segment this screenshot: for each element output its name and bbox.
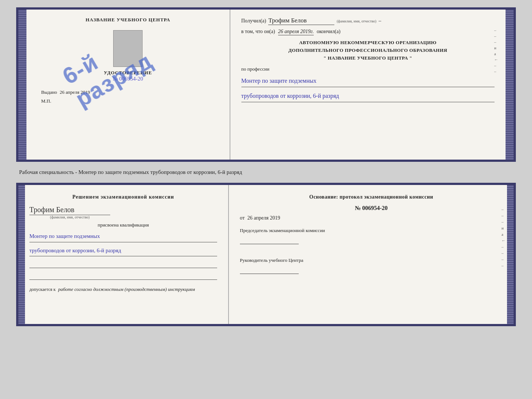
rukovoditel-label: Руководитель учебного Центра: [240, 257, 503, 264]
predsedatel-label: Председатель экзаменационной комиссии: [240, 227, 503, 235]
predsedatel-sig-line: [240, 238, 299, 244]
protocol-number: 006954-20: [362, 205, 388, 211]
resheniem-title: Решением экзаменационной комиссии: [29, 193, 217, 201]
binding-bottom-right: [507, 185, 514, 324]
org-block: АВТОНОМНУЮ НЕКОММЕРЧЕСКУЮ ОРГАНИЗАЦИЮ ДО…: [241, 39, 495, 62]
sig-area: Председатель экзаменационной комиссии: [240, 225, 503, 244]
v-tom-label: в том, что он(а): [241, 29, 275, 35]
vertical-chars-right: – – – и а ← – –: [494, 28, 498, 74]
cert-bottom-left-panel: Решением экзаменационной комиссии Трофим…: [18, 185, 229, 324]
top-certificate: НАЗВАНИЕ УЧЕБНОГО ЦЕНТРА 6-й разряд УДОС…: [16, 7, 516, 162]
cert-top-right-panel: Получил(а) Трофим Белов (фамилия, имя, о…: [230, 10, 506, 160]
po-professii-label: по профессии: [241, 66, 495, 72]
ot-prefix: от: [240, 215, 245, 221]
rukovoditel-sig-line: [240, 267, 299, 274]
cert-top-left-panel: НАЗВАНИЕ УЧЕБНОГО ЦЕНТРА 6-й разряд УДОС…: [26, 10, 230, 160]
poluchil-row: Получил(а) Трофим Белов (фамилия, имя, о…: [241, 17, 495, 25]
dopuskaetsya-value: работе согласно должностным (производств…: [58, 286, 195, 292]
protocol-prefix: №: [355, 205, 361, 211]
org-line2: ДОПОЛНИТЕЛЬНОГО ПРОФЕССИОНАЛЬНОГО ОБРАЗО…: [241, 47, 495, 54]
fio-hint-bottom: (фамилия, имя, отчество): [29, 215, 110, 219]
blank-line-2: [29, 272, 217, 280]
osnovanie-title: Основание: протокол экзаменационной коми…: [240, 193, 503, 201]
num-value: 006954-20: [119, 76, 143, 82]
cert-bottom-right-panel: Основание: протокол экзаменационной коми…: [229, 185, 514, 324]
profession-line1-top: Монтер по защите подземных: [241, 76, 495, 87]
vydano-date: 26 апреля 2019: [60, 89, 90, 95]
ot-date: 26 апреля 2019: [247, 215, 280, 221]
recipient-name: Трофим Белов: [268, 17, 334, 25]
vydano-label: Выдано: [41, 89, 57, 95]
date-value: 26 апреля 2019г.: [278, 29, 314, 35]
binding-right: [506, 10, 514, 160]
bottom-certificate: Решением экзаменационной комиссии Трофим…: [16, 183, 516, 326]
mp-row: М.П.: [37, 98, 51, 104]
bottom-recipient-name: Трофим Белов: [29, 206, 110, 215]
dopuskaetsya-row: допускается к работе согласно должностны…: [29, 286, 217, 292]
org-line3: " НАЗВАНИЕ УЧЕБНОГО ЦЕНТРА ": [241, 54, 495, 62]
profession-line2-top: трубопроводов от коррозии, 6-й разряд: [241, 91, 495, 102]
dopuskaetsya-label: допускается к: [29, 287, 55, 292]
photo-placeholder: [113, 30, 143, 67]
prisvoena-label: присвоена квалификация: [29, 222, 217, 228]
org-line1: АВТОНОМНУЮ НЕКОММЕРЧЕСКУЮ ОРГАНИЗАЦИЮ: [241, 39, 495, 47]
predsedatel-block: Председатель экзаменационной комиссии: [240, 225, 503, 244]
cert-left-box: УДОСТОВЕРЕНИЕ № 006954-20: [37, 30, 219, 82]
num-prefix: №: [113, 76, 118, 82]
binding-left: [18, 10, 26, 160]
protocol-num: № 006954-20: [240, 205, 503, 211]
date-row: в том, что он(а) 26 апреля 2019г. окончи…: [241, 29, 495, 35]
middle-specialty-text: Рабочая специальность - Монтер по защите…: [16, 168, 516, 176]
vertical-chars-bottom-right: – – – и а ← – – – –: [502, 207, 506, 268]
udostoverenie-title: УДОСТОВЕРЕНИЕ: [104, 70, 152, 76]
okonchil-label: окончил(а): [317, 29, 341, 35]
ot-row: от 26 апреля 2019: [240, 215, 503, 221]
dash1: –: [378, 18, 381, 24]
blank-line-1: [29, 261, 217, 268]
fio-hint-top: (фамилия, имя, отчество): [337, 19, 376, 23]
specialty-label: Рабочая специальность - Монтер по защите…: [19, 169, 242, 175]
vydano-row: Выдано 26 апреля 2019: [37, 89, 90, 95]
bottom-profession-line2: трубопроводов от коррозии, 6-й разряд: [29, 245, 217, 257]
bottom-profession-line1: Монтер по защите подземных: [29, 231, 217, 242]
name-block-bottom: Трофим Белов (фамилия, имя, отчество): [29, 204, 217, 219]
school-name-top: НАЗВАНИЕ УЧЕБНОГО ЦЕНТРА: [86, 17, 170, 23]
udostoverenie-number: № 006954-20: [113, 76, 143, 82]
poluchil-label: Получил(а): [241, 18, 266, 24]
rukovoditel-block: Руководитель учебного Центра: [240, 252, 503, 274]
